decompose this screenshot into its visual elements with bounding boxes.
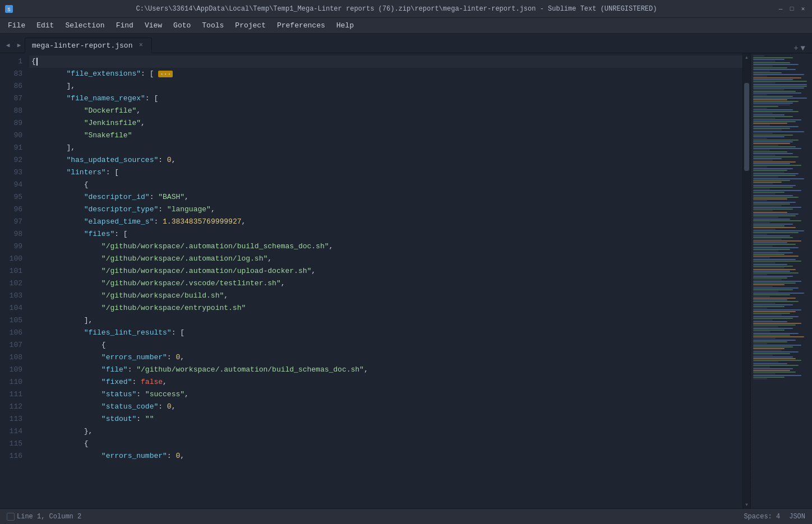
- code-line: "linters": [: [29, 166, 742, 179]
- code-line: "files": [: [29, 228, 742, 240]
- minimap: [750, 53, 812, 508]
- menu-bar: File Edit Selection Find View Goto Tools…: [0, 18, 812, 34]
- menu-tools[interactable]: Tools: [196, 19, 229, 32]
- line-num: 103: [4, 290, 22, 302]
- code-line: "status": "success",: [29, 388, 742, 401]
- indent-indicator: [7, 513, 15, 521]
- line-num: 106: [4, 327, 22, 339]
- menu-find[interactable]: Find: [110, 19, 139, 32]
- line-num: 98: [4, 228, 22, 240]
- line-num: 102: [4, 277, 22, 290]
- line-num: 110: [4, 376, 22, 388]
- code-line: "/github/workspace/entrypoint.sh": [29, 302, 742, 314]
- line-num: 89: [4, 117, 22, 129]
- line-num: 104: [4, 302, 22, 314]
- code-content: 1 83 86 87 88 89 90 91 92 93 94 95 96 97…: [0, 53, 812, 508]
- line-num: 101: [4, 265, 22, 277]
- code-area: 1 83 86 87 88 89 90 91 92 93 94 95 96 97…: [0, 53, 812, 508]
- line-num: 95: [4, 191, 22, 203]
- scroll-up-arrow[interactable]: ▲: [743, 53, 751, 61]
- syntax-indicator[interactable]: JSON: [789, 513, 805, 521]
- line-num: 114: [4, 425, 22, 438]
- window-title: C:\Users\33614\AppData\Local\Temp\Temp1_…: [17, 5, 776, 13]
- tab-next-button[interactable]: ▶: [13, 37, 25, 53]
- line-num: 90: [4, 129, 22, 142]
- code-line: "/github/workspace/.automation/upload-do…: [29, 265, 742, 277]
- code-line: "errors_number": 0,: [29, 351, 742, 364]
- code-line: "files_lint_results": [: [29, 327, 742, 339]
- line-num: 94: [4, 179, 22, 191]
- line-num: 108: [4, 351, 22, 364]
- tab-mega-linter-report[interactable]: mega-linter-report.json ×: [25, 38, 152, 53]
- code-line: {: [29, 179, 742, 191]
- code-line: "fixed": false,: [29, 376, 742, 388]
- tab-filename: mega-linter-report.json: [32, 41, 132, 50]
- code-line: "file": "/github/workspace/.automation/b…: [29, 364, 742, 376]
- code-line: "errors_number": 0,: [29, 450, 742, 462]
- code-line: {: [29, 55, 742, 68]
- line-num: 105: [4, 314, 22, 327]
- line-num: 107: [4, 339, 22, 351]
- tab-overflow-button[interactable]: ▼: [801, 44, 805, 53]
- code-line: "elapsed_time_s": 1.3834835769999927,: [29, 216, 742, 228]
- status-right: Spaces: 4 JSON: [744, 513, 805, 521]
- tab-add-buttons: + ▼: [789, 44, 810, 53]
- line-num: 109: [4, 364, 22, 376]
- title-bar: S C:\Users\33614\AppData\Local\Temp\Temp…: [0, 0, 812, 18]
- line-num: 113: [4, 413, 22, 425]
- close-button[interactable]: ✕: [799, 4, 808, 13]
- cursor-position: Line 1, Column 2: [17, 513, 81, 521]
- code-line: "file_extensions": [ ···: [29, 68, 742, 80]
- status-left: Line 1, Column 2: [7, 513, 81, 521]
- menu-project[interactable]: Project: [229, 19, 271, 32]
- scroll-thumb[interactable]: [744, 83, 749, 171]
- code-line: "Snakefile": [29, 129, 742, 142]
- menu-help[interactable]: Help: [331, 19, 359, 32]
- code-line: {: [29, 438, 742, 450]
- code-line: "has_updated_sources": 0,: [29, 154, 742, 166]
- line-num: 87: [4, 92, 22, 105]
- line-num: 116: [4, 450, 22, 462]
- editor-container: 1 83 86 87 88 89 90 91 92 93 94 95 96 97…: [0, 53, 812, 508]
- svg-text:S: S: [7, 7, 10, 13]
- menu-selection[interactable]: Selection: [59, 19, 110, 32]
- tab-close-button[interactable]: ×: [137, 41, 145, 49]
- menu-edit[interactable]: Edit: [31, 19, 59, 32]
- code-line: "/github/workspace/build.sh",: [29, 290, 742, 302]
- code-line: "descriptor_id": "BASH",: [29, 191, 742, 203]
- code-line: ],: [29, 314, 742, 327]
- code-line: "Jenkinsfile",: [29, 117, 742, 129]
- app-icon: S: [4, 4, 13, 13]
- menu-file[interactable]: File: [2, 19, 31, 32]
- tab-bar: ◀ ▶ mega-linter-report.json × + ▼: [0, 34, 812, 53]
- line-num: 86: [4, 80, 22, 92]
- line-num: 99: [4, 240, 22, 253]
- add-tab-button[interactable]: +: [793, 44, 798, 53]
- minimize-button[interactable]: —: [776, 4, 785, 13]
- line-numbers: 1 83 86 87 88 89 90 91 92 93 94 95 96 97…: [0, 53, 29, 508]
- line-num: 92: [4, 154, 22, 166]
- spaces-indicator[interactable]: Spaces: 4: [744, 513, 780, 521]
- code-line: "/github/workspace/.automation/build_sch…: [29, 240, 742, 253]
- code-editor[interactable]: { "file_extensions": [ ··· ], "file_name…: [29, 53, 742, 508]
- window-controls: — □ ✕: [776, 4, 808, 13]
- tab-prev-button[interactable]: ◀: [2, 37, 13, 53]
- menu-preferences[interactable]: Preferences: [271, 19, 331, 32]
- menu-view[interactable]: View: [139, 19, 168, 32]
- maximize-button[interactable]: □: [787, 4, 796, 13]
- line-num: 111: [4, 388, 22, 401]
- line-num: 97: [4, 216, 22, 228]
- code-line: ],: [29, 142, 742, 154]
- menu-goto[interactable]: Goto: [168, 19, 196, 32]
- line-num: 112: [4, 401, 22, 413]
- line-num: 1: [4, 55, 22, 68]
- line-num: 91: [4, 142, 22, 154]
- code-line: "Dockerfile",: [29, 105, 742, 117]
- scroll-down-arrow[interactable]: ▼: [743, 500, 751, 508]
- status-bar: Line 1, Column 2 Spaces: 4 JSON: [0, 508, 812, 524]
- vertical-scrollbar[interactable]: ▲ ▼: [742, 53, 750, 508]
- line-num: 115: [4, 438, 22, 450]
- code-line: "file_names_regex": [: [29, 92, 742, 105]
- scroll-track[interactable]: [743, 61, 750, 500]
- code-line: "/github/workspace/.vscode/testlinter.sh…: [29, 277, 742, 290]
